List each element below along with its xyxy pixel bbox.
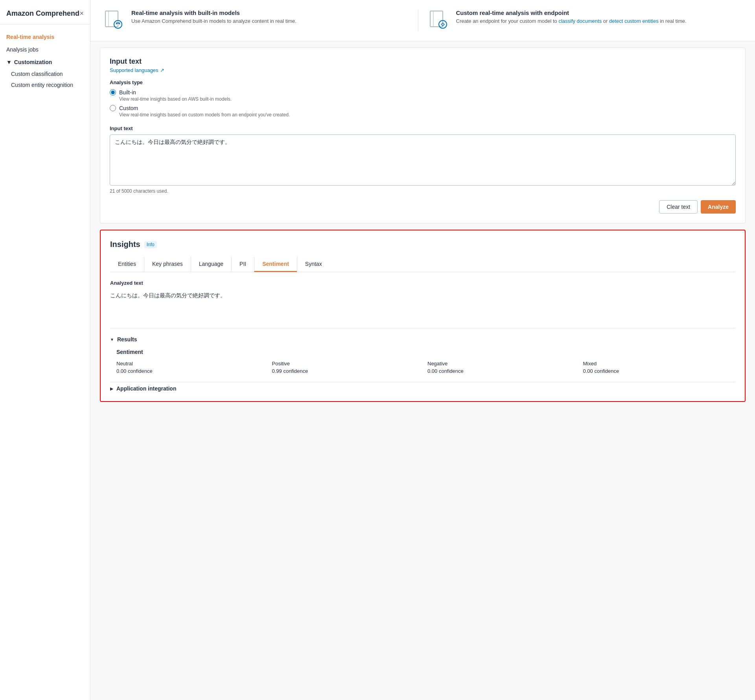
sentiment-neutral-type: Neutral — [116, 361, 269, 367]
custom-model-icon — [428, 9, 450, 31]
sentiment-neutral: Neutral 0.00 confidence — [116, 361, 269, 374]
radio-builtin-label[interactable]: Built-in — [119, 89, 136, 96]
analysis-type-label: Analysis type — [110, 79, 736, 85]
sentiment-positive-type: Positive — [272, 361, 425, 367]
analyzed-text-label: Analyzed text — [110, 280, 735, 286]
top-card-custom-text: Custom real-time analysis with endpoint … — [456, 9, 687, 25]
sentiment-positive-confidence: 0.99 confidence — [272, 368, 425, 374]
tab-sentiment[interactable]: Sentiment — [254, 257, 297, 272]
radio-option-builtin: Built-in View real-time insights based o… — [110, 89, 736, 102]
app-integration[interactable]: ▶ Application integration — [110, 382, 735, 392]
svg-point-3 — [118, 22, 120, 24]
insights-header: Insights Info — [110, 240, 735, 249]
sentiment-neutral-confidence: 0.00 confidence — [116, 368, 269, 374]
analyze-button[interactable]: Analyze — [701, 200, 736, 214]
sentiment-mixed: Mixed 0.00 confidence — [583, 361, 736, 374]
button-row: Clear text Analyze — [110, 200, 736, 214]
sentiment-negative: Negative 0.00 confidence — [427, 361, 580, 374]
insights-tabs: Entities Key phrases Language PII Sentim… — [110, 257, 735, 272]
tab-language[interactable]: Language — [191, 257, 231, 272]
results-expand-icon: ▼ — [110, 337, 114, 342]
main-content: Real-time analysis with built-in models … — [90, 0, 755, 700]
sidebar: Amazon Comprehend × Real-time analysis A… — [0, 0, 90, 700]
insights-section: Insights Info Entities Key phrases Langu… — [100, 230, 746, 402]
sentiment-mixed-confidence: 0.00 confidence — [583, 368, 736, 374]
analyzed-text-content: こんにちは。今日は最高の気分で絶好調です。 — [110, 289, 735, 328]
insights-info-badge[interactable]: Info — [144, 241, 157, 248]
sidebar-close-button[interactable]: × — [79, 9, 84, 18]
top-card-builtin-text: Real-time analysis with built-in models … — [131, 9, 296, 25]
tab-key-phrases[interactable]: Key phrases — [144, 257, 191, 272]
char-count: 21 of 5000 characters used. — [110, 188, 736, 194]
classify-documents-link[interactable]: classify documents — [558, 18, 602, 24]
sidebar-nav: Real-time analysis Analysis jobs ▼ Custo… — [0, 28, 90, 94]
svg-point-2 — [116, 22, 118, 24]
radio-builtin-desc: View real-time insights based on AWS bui… — [119, 96, 736, 102]
tab-syntax[interactable]: Syntax — [297, 257, 330, 272]
tab-entities[interactable]: Entities — [110, 257, 144, 272]
radio-builtin[interactable] — [110, 89, 116, 96]
input-section-title: Input text — [110, 57, 736, 66]
results-header[interactable]: ▼ Results — [110, 336, 735, 343]
sentiment-mixed-type: Mixed — [583, 361, 736, 367]
sidebar-item-analysis-jobs[interactable]: Analysis jobs — [0, 43, 90, 56]
sidebar-item-real-time[interactable]: Real-time analysis — [0, 31, 90, 43]
builtin-model-icon — [103, 9, 125, 31]
tab-pii[interactable]: PII — [231, 257, 254, 272]
radio-custom[interactable] — [110, 105, 116, 111]
sidebar-item-custom-classification[interactable]: Custom classification — [0, 68, 90, 79]
chevron-down-icon: ▼ — [6, 59, 12, 65]
sidebar-header: Amazon Comprehend × — [0, 6, 90, 24]
results-label: Results — [117, 336, 137, 343]
top-card-builtin-desc: Use Amazon Comprehend built-in models to… — [131, 18, 296, 25]
app-integration-expand-icon: ▶ — [110, 387, 113, 391]
sentiment-negative-type: Negative — [427, 361, 580, 367]
top-card-custom-desc: Create an endpoint for your custom model… — [456, 18, 687, 25]
clear-text-button[interactable]: Clear text — [659, 200, 698, 214]
top-cards: Real-time analysis with built-in models … — [90, 0, 755, 41]
app-integration-label: Application integration — [116, 385, 176, 392]
input-text-label: Input text — [110, 125, 736, 131]
radio-custom-label[interactable]: Custom — [119, 105, 138, 111]
input-text-section: Input text Supported languages ↗ Analysi… — [100, 48, 746, 223]
supported-languages-link[interactable]: Supported languages ↗ — [110, 67, 736, 73]
input-textarea[interactable] — [110, 134, 736, 186]
radio-custom-desc: View real-time insights based on custom … — [119, 112, 736, 118]
sentiment-grid: Neutral 0.00 confidence Positive 0.99 co… — [116, 361, 735, 374]
external-link-icon: ↗ — [160, 67, 164, 73]
insights-title: Insights — [110, 240, 140, 249]
sidebar-item-custom-entity[interactable]: Custom entity recognition — [0, 79, 90, 90]
sidebar-customization-header: ▼ Customization — [0, 56, 90, 68]
sidebar-title: Amazon Comprehend — [6, 9, 79, 18]
top-card-builtin-title: Real-time analysis with built-in models — [131, 9, 296, 16]
radio-group: Built-in View real-time insights based o… — [110, 89, 736, 118]
top-card-custom-title: Custom real-time analysis with endpoint — [456, 9, 687, 16]
radio-option-custom: Custom View real-time insights based on … — [110, 105, 736, 118]
detect-custom-entities-link[interactable]: detect custom entities — [609, 18, 659, 24]
sentiment-label: Sentiment — [116, 349, 735, 355]
top-card-builtin: Real-time analysis with built-in models … — [103, 9, 418, 31]
top-card-custom: Custom real-time analysis with endpoint … — [418, 9, 743, 31]
sentiment-negative-confidence: 0.00 confidence — [427, 368, 580, 374]
sentiment-positive: Positive 0.99 confidence — [272, 361, 425, 374]
